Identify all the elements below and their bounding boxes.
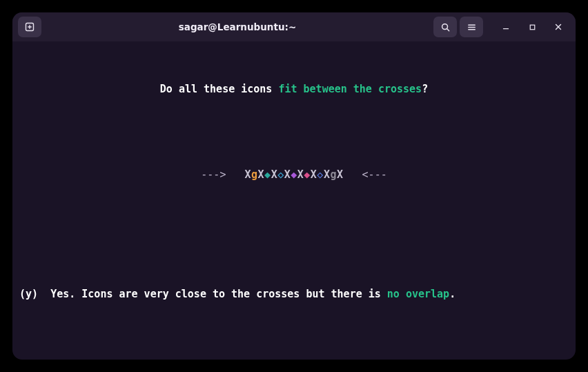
titlebar: sagar@Learnubuntu:~	[12, 12, 576, 41]
svg-rect-9	[530, 25, 535, 30]
search-button[interactable]	[433, 17, 457, 37]
svg-line-4	[447, 28, 449, 30]
search-icon	[440, 22, 451, 32]
option-y-highlight: no overlap	[387, 288, 449, 300]
maximize-icon	[528, 23, 537, 32]
hamburger-menu-icon	[467, 22, 477, 32]
icons-row: XgX◆X◇X◆X◆X◇XgX	[245, 167, 344, 182]
terminal-window: sagar@Learnubuntu:~	[12, 12, 576, 360]
question-text-1: Do all these icons	[160, 83, 279, 95]
menu-button[interactable]	[460, 17, 483, 37]
arrow-right: <---	[362, 168, 387, 181]
minimize-icon	[501, 22, 511, 32]
option-y-text-2: .	[449, 288, 455, 300]
maximize-button[interactable]	[520, 17, 544, 37]
new-tab-button[interactable]	[18, 17, 41, 37]
close-icon	[553, 22, 563, 32]
icon-test-row: ---> XgX◆X◇X◆X◆X◇XgX <---	[19, 167, 569, 182]
terminal-body[interactable]: Do all these icons fit between the cross…	[12, 41, 576, 360]
option-y-key: (y)	[19, 288, 38, 300]
window-title: sagar@Learnubuntu:~	[41, 21, 433, 32]
minimize-button[interactable]	[494, 17, 518, 37]
option-y-text-1: Yes. Icons are very close to the crosses…	[50, 288, 387, 300]
question-highlight: fit between the crosses	[278, 83, 422, 95]
question-line: Do all these icons fit between the cross…	[19, 81, 569, 97]
close-button[interactable]	[547, 17, 570, 37]
question-text-2: ?	[422, 83, 428, 95]
arrow-left: --->	[201, 168, 226, 181]
new-tab-icon	[24, 21, 35, 32]
option-y: (y) Yes. Icons are very close to the cro…	[19, 286, 569, 302]
